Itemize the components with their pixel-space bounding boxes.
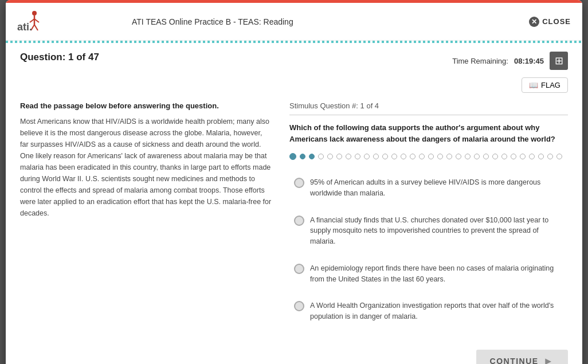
continue-label: CONTINUE	[490, 357, 539, 364]
stimulus-header: Stimulus Question #: 1 of 4	[289, 101, 568, 115]
progress-dot	[538, 154, 544, 159]
svg-point-0	[32, 11, 37, 15]
progress-dot	[364, 154, 370, 159]
progress-dot	[547, 154, 553, 159]
continue-button[interactable]: CONTINUE ►	[476, 350, 568, 364]
content-area: Question: 1 of 47 Time Remaining: 08:19:…	[6, 43, 582, 364]
close-button[interactable]: ✕ CLOSE	[529, 17, 571, 27]
calculator-icon[interactable]: ⊞	[550, 52, 568, 70]
flag-label: FLAG	[541, 81, 560, 89]
progress-dot	[474, 154, 480, 159]
answer-options: 95% of American adults in a survey belie…	[289, 171, 568, 328]
progress-dot	[355, 154, 360, 159]
progress-dot	[465, 154, 471, 159]
continue-btn-area: CONTINUE ►	[20, 344, 568, 364]
passage-instruction: Read the passage below before answering …	[20, 101, 272, 110]
progress-dot	[373, 154, 379, 159]
progress-dot	[419, 154, 425, 159]
progress-dot	[382, 154, 388, 159]
answer-text-c: An epidemiology report finds there have …	[310, 263, 563, 285]
flag-btn-wrapper: Time Remaining: 08:19:45 ⊞ 📖 FLAG	[452, 52, 568, 93]
main-window: ati. ATI TEAS Online Practice B - TEAS: …	[6, 0, 582, 364]
radio-a	[294, 178, 304, 188]
progress-dot	[511, 154, 516, 159]
time-value: 08:19:45	[514, 57, 544, 65]
continue-arrow-icon: ►	[543, 355, 554, 364]
progress-dot	[346, 154, 351, 159]
radio-b	[294, 216, 304, 226]
timer-area: Time Remaining: 08:19:45 ⊞	[452, 52, 568, 70]
main-columns: Read the passage below before answering …	[20, 101, 568, 332]
question-number: Question: 1 of 47	[20, 52, 99, 63]
progress-dot	[520, 154, 526, 159]
question-header: Question: 1 of 47 Time Remaining: 08:19:…	[20, 52, 568, 93]
close-label: CLOSE	[542, 17, 571, 26]
progress-dot	[401, 154, 406, 159]
progress-dot	[501, 154, 507, 159]
progress-dot	[327, 154, 333, 159]
radio-d	[294, 301, 304, 311]
flag-button[interactable]: 📖 FLAG	[522, 77, 568, 93]
progress-dot	[391, 154, 397, 159]
svg-text:ati.: ati.	[17, 21, 32, 33]
svg-line-5	[34, 25, 38, 30]
progress-dot	[456, 154, 461, 159]
progress-dot	[428, 154, 434, 159]
answer-option-b[interactable]: A financial study finds that U.S. church…	[289, 209, 568, 253]
header: ati. ATI TEAS Online Practice B - TEAS: …	[6, 3, 582, 41]
progress-dot	[446, 154, 452, 159]
time-label: Time Remaining:	[452, 57, 508, 65]
answer-text-d: A World Health Organization investigatio…	[310, 300, 563, 322]
close-icon: ✕	[529, 17, 539, 27]
header-title: ATI TEAS Online Practice B - TEAS: Readi…	[132, 17, 529, 26]
right-column: Stimulus Question #: 1 of 4 Which of the…	[289, 101, 568, 332]
answer-text-b: A financial study finds that U.S. church…	[310, 215, 563, 247]
progress-dot	[437, 154, 443, 159]
answer-text-a: 95% of American adults in a survey belie…	[310, 177, 563, 199]
progress-dot	[556, 154, 562, 159]
question-text: Which of the following data supports the…	[289, 122, 568, 144]
progress-dot	[483, 154, 489, 159]
answer-option-c[interactable]: An epidemiology report finds there have …	[289, 257, 568, 291]
logo-area: ati.	[17, 9, 132, 34]
answer-option-d[interactable]: A World Health Organization investigatio…	[289, 295, 568, 328]
progress-dot	[300, 154, 305, 159]
progress-dot	[492, 154, 498, 159]
progress-dot	[529, 154, 535, 159]
progress-dot	[410, 154, 415, 159]
answer-option-a[interactable]: 95% of American adults in a survey belie…	[289, 171, 568, 205]
radio-c	[294, 264, 304, 274]
dots-row	[289, 153, 568, 160]
progress-dot	[318, 154, 324, 159]
flag-book-icon: 📖	[529, 81, 538, 89]
progress-dot	[309, 154, 315, 159]
passage-text: Most Americans know that HIV/AIDS is a w…	[20, 116, 272, 219]
ati-logo: ati.	[17, 9, 46, 34]
left-column: Read the passage below before answering …	[20, 101, 272, 332]
progress-dot	[336, 154, 342, 159]
progress-dot	[289, 153, 296, 160]
